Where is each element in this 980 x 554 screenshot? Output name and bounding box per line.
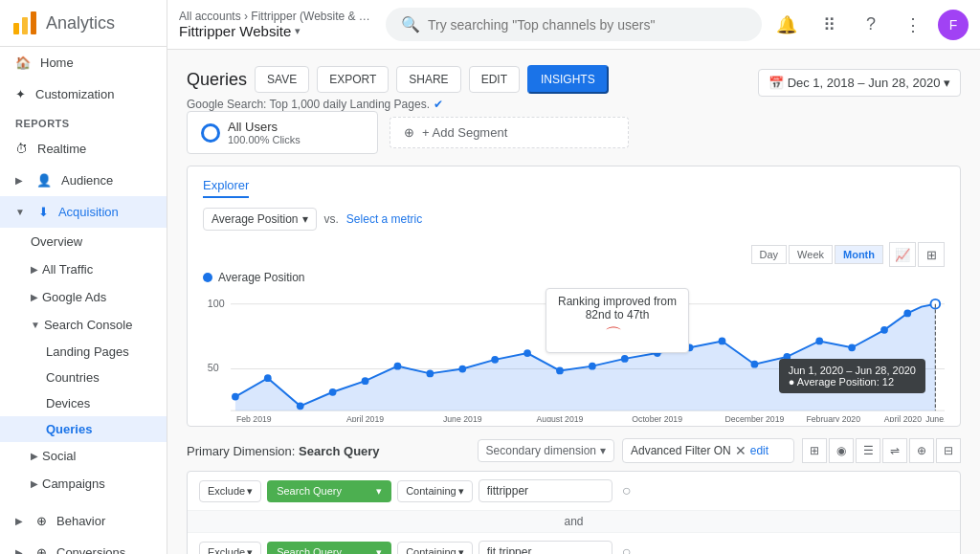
- sidebar-item-landing-pages[interactable]: Landing Pages: [0, 339, 167, 365]
- metric-dropdown[interactable]: Average Position ▾: [203, 208, 317, 231]
- sidebar-item-devices[interactable]: Devices: [0, 390, 167, 416]
- filter-condition-1-button[interactable]: Containing ▾: [397, 480, 473, 502]
- notifications-button[interactable]: 🔔: [769, 8, 804, 42]
- svg-text:50: 50: [208, 362, 219, 373]
- legend-dot-icon: [203, 273, 212, 282]
- chart-dot: [903, 310, 911, 318]
- edit-button[interactable]: EDIT: [469, 66, 520, 93]
- sidebar-item-customization[interactable]: ✦ Customization: [0, 78, 167, 110]
- filter-condition-2-button[interactable]: Containing ▾: [397, 542, 473, 555]
- chart-tooltip: Jun 1, 2020 – Jun 28, 2020 ● Average Pos…: [779, 359, 925, 393]
- save-button[interactable]: SAVE: [255, 66, 309, 93]
- line-chart-button[interactable]: 📈: [889, 242, 916, 267]
- sidebar-item-overview[interactable]: Overview: [0, 228, 167, 255]
- table-settings-button[interactable]: ⇌: [882, 438, 907, 463]
- chevron-down-icon: ▾: [458, 546, 464, 555]
- filter-dimension-2-button[interactable]: Search Query ▾: [267, 542, 391, 555]
- svg-text:June 2019: June 2019: [443, 414, 482, 422]
- filter-row-1: Exclude ▾ Search Query ▾ Containing ▾ ○: [188, 472, 960, 511]
- filter-value-2-input[interactable]: [479, 541, 612, 554]
- compare-button[interactable]: ⊕: [909, 438, 934, 463]
- sidebar-item-campaigns[interactable]: ▶ Campaigns: [0, 470, 167, 498]
- sidebar-item-audience[interactable]: ▶ 👤 Audience: [0, 165, 167, 196]
- chevron-right-icon: ▶: [15, 547, 23, 554]
- sidebar-item-google-ads[interactable]: ▶ Google Ads: [0, 283, 167, 311]
- insights-button[interactable]: INSIGHTS: [527, 65, 609, 94]
- advanced-filter-clear-button[interactable]: ✕: [735, 443, 746, 458]
- chevron-down-icon: ▾: [458, 485, 464, 498]
- sidebar-item-home[interactable]: 🏠 Home: [0, 47, 167, 78]
- chart-dot: [297, 402, 304, 410]
- chevron-down-icon: ▾: [302, 212, 308, 226]
- week-button[interactable]: Week: [789, 245, 833, 264]
- export-button[interactable]: EXPORT: [317, 66, 389, 93]
- chevron-down-icon: ▾: [376, 485, 382, 498]
- site-name[interactable]: Fittripper Website ▾: [179, 23, 363, 39]
- chart-dot: [491, 356, 499, 364]
- sidebar-item-behavior[interactable]: ▶ ⊕ Behavior: [0, 505, 167, 537]
- sidebar-item-acquisition[interactable]: ▼ ⬇ Acquisition: [0, 196, 167, 228]
- page-subtitle: Google Search: Top 1,000 daily Landing P…: [187, 98, 758, 111]
- chart-dot: [394, 363, 402, 370]
- filter-bar: Secondary dimension ▾ Advanced Filter ON…: [478, 438, 961, 463]
- all-users-segment[interactable]: All Users 100.00% Clicks: [187, 111, 378, 154]
- acquisition-icon: ⬇: [38, 205, 49, 219]
- dimension-controls: Primary Dimension: Search Query Secondar…: [187, 438, 961, 463]
- analytics-logo-icon: [11, 10, 38, 36]
- select-metric-link[interactable]: Select a metric: [346, 212, 422, 226]
- month-button[interactable]: Month: [835, 245, 883, 264]
- chart-dot: [848, 343, 856, 351]
- table-view-buttons: ⊞ ◉ ☰ ⇌ ⊕ ⊟: [802, 438, 961, 463]
- filter-value-1-input[interactable]: [479, 479, 612, 502]
- time-period-buttons: Day Week Month 📈 ⊞: [751, 242, 945, 267]
- sidebar-item-countries[interactable]: Countries: [0, 365, 167, 390]
- advanced-filter-edit-button[interactable]: edit: [750, 444, 768, 457]
- help-button[interactable]: ?: [854, 8, 888, 42]
- filter-row-2-clear-button[interactable]: ○: [622, 543, 632, 554]
- scatter-chart-button[interactable]: ⊞: [918, 242, 945, 267]
- filter-exclude-1-button[interactable]: Exclude ▾: [199, 480, 261, 502]
- svg-text:Feb 2019: Feb 2019: [236, 414, 272, 422]
- list-view-button[interactable]: ☰: [856, 438, 880, 463]
- sidebar-item-realtime[interactable]: ⏱ Realtime: [0, 133, 167, 165]
- filter-exclude-2-button[interactable]: Exclude ▾: [199, 542, 261, 555]
- date-range-picker[interactable]: 📅 Dec 1, 2018 – Jun 28, 2020 ▾: [758, 69, 961, 97]
- pie-view-button[interactable]: ◉: [829, 438, 854, 463]
- sidebar: Analytics 🏠 Home ✦ Customization REPORTS…: [0, 0, 167, 554]
- logo-area: Analytics: [0, 0, 167, 47]
- sidebar-item-conversions[interactable]: ▶ ⊕ Conversions: [0, 537, 167, 554]
- search-bar[interactable]: 🔍: [386, 8, 762, 41]
- apps-button[interactable]: ⠿: [812, 8, 846, 42]
- secondary-dimension-dropdown[interactable]: Secondary dimension ▾: [478, 439, 614, 462]
- explorer-panel: Explorer Average Position ▾ vs. Select a…: [187, 166, 961, 427]
- sidebar-item-social[interactable]: ▶ Social: [0, 442, 167, 470]
- annotation-text: Ranking improved from82nd to 47th: [558, 295, 677, 321]
- chart-dot: [264, 374, 272, 382]
- filter-dimension-1-button[interactable]: Search Query ▾: [267, 480, 391, 502]
- svg-text:December 2019: December 2019: [724, 414, 784, 422]
- conversions-icon: ⊕: [36, 545, 47, 554]
- search-input[interactable]: [428, 17, 746, 33]
- chart-dot: [880, 326, 888, 334]
- customization-icon: ✦: [15, 87, 26, 101]
- grid-view-button[interactable]: ⊞: [802, 438, 827, 463]
- toolbar: SAVE EXPORT SHARE EDIT INSIGHTS: [255, 65, 609, 94]
- explorer-tab-label[interactable]: Explorer: [203, 178, 249, 198]
- segment-bar: All Users 100.00% Clicks ⊕ + Add Segment: [187, 111, 961, 154]
- sidebar-item-queries[interactable]: Queries: [0, 416, 167, 442]
- share-button[interactable]: SHARE: [396, 66, 460, 93]
- avatar[interactable]: F: [938, 10, 969, 40]
- topbar: All accounts › Fittripper (Website & Gy.…: [167, 0, 980, 50]
- more-view-button[interactable]: ⊟: [936, 438, 961, 463]
- verified-icon: ✔: [434, 98, 443, 111]
- add-segment-button[interactable]: ⊕ + Add Segment: [390, 117, 629, 148]
- sidebar-item-all-traffic[interactable]: ▶ All Traffic: [0, 255, 167, 283]
- day-button[interactable]: Day: [751, 245, 788, 264]
- annotation-bracket-icon: ⌒: [558, 323, 677, 346]
- chevron-right-icon: ▶: [31, 451, 38, 461]
- vs-label: vs.: [324, 212, 339, 226]
- filter-row-1-clear-button[interactable]: ○: [622, 482, 632, 499]
- more-options-button[interactable]: ⋮: [896, 8, 930, 42]
- sidebar-item-search-console[interactable]: ▼ Search Console: [0, 311, 167, 339]
- chart-dot: [426, 370, 434, 378]
